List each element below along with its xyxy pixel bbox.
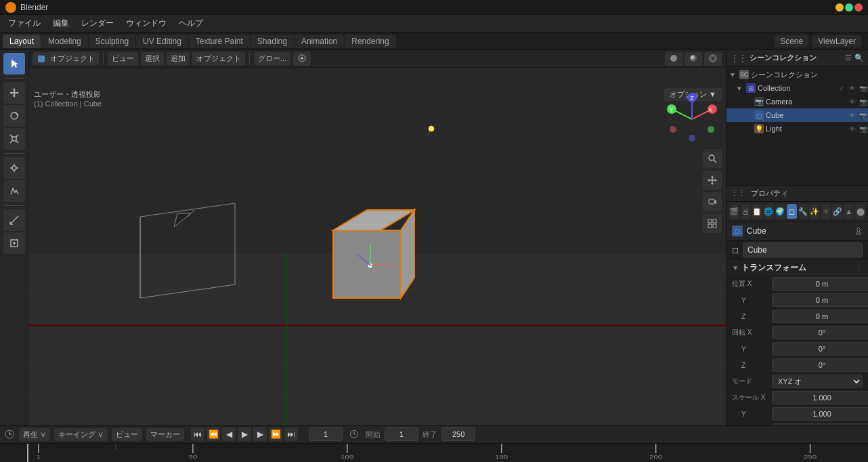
viewport-render-mode-rendered[interactable] (704, 52, 722, 66)
minimize-button[interactable] (836, 3, 844, 12)
props-tab-material[interactable]: ⬤ (855, 204, 865, 219)
outliner-item-collection[interactable]: ▼ ⊞ Collection ✓ 👁 📷 (726, 81, 868, 95)
props-section-transform-header[interactable]: ▼ トランスフォーム ⋮ (726, 259, 868, 276)
props-tab-modifier[interactable]: 🔧 (798, 204, 808, 219)
cube-vis-eye[interactable]: 👁 (848, 112, 857, 119)
rotation-mode-select[interactable]: XYZ オ XZY YXZ (772, 375, 863, 388)
props-tab-particles[interactable]: ✨ (809, 204, 819, 219)
timeline-track[interactable]: 1 50 100 150 200 250 (0, 444, 868, 462)
prev-keyframe-btn[interactable]: ◀ (222, 427, 236, 441)
light-vis-render[interactable]: 📷 (859, 125, 868, 133)
collection-vis-eye[interactable]: 👁 (848, 85, 857, 92)
camera-vis-eye[interactable]: 👁 (848, 98, 857, 106)
menu-window[interactable]: ウィンドウ (121, 16, 172, 30)
outliner-item-scene-collection[interactable]: ▼ SC シーンコレクション (726, 68, 868, 81)
navigation-gizmo[interactable]: X Y Z (665, 92, 719, 146)
outliner-item-camera[interactable]: 📷 Camera 👁 📷 (726, 95, 868, 108)
tool-annotate[interactable] (3, 180, 25, 202)
viewport-add-menu[interactable]: 追加 (167, 52, 190, 65)
transform-menu[interactable]: ⋮ (856, 264, 863, 272)
grid-gizmo-btn[interactable] (703, 214, 722, 233)
rotation-y-input[interactable] (772, 342, 868, 356)
tab-texture-paint[interactable]: Texture Paint (189, 35, 250, 48)
timeline-marker-btn[interactable]: マーカー (146, 428, 184, 441)
scale-y-input[interactable] (772, 407, 868, 421)
tab-shading[interactable]: Shading (251, 35, 294, 48)
next-frame-btn[interactable]: ⏩ (269, 427, 282, 441)
scale-z-input[interactable] (772, 423, 868, 425)
viewport-select-menu[interactable]: 選択 (141, 52, 164, 65)
play-btn[interactable]: ▶ (238, 427, 251, 441)
tab-uv-editing[interactable]: UV Editing (136, 35, 188, 48)
cube-vis-render[interactable]: 📷 (859, 112, 868, 119)
collection-vis-check[interactable]: ✓ (837, 85, 846, 92)
viewport-snap[interactable] (293, 52, 311, 66)
props-tab-constraints[interactable]: 🔗 (832, 204, 842, 219)
zoom-gizmo-btn[interactable] (703, 149, 722, 168)
tool-rotate[interactable] (3, 105, 25, 127)
playhead[interactable] (27, 444, 28, 462)
tool-select[interactable] (3, 53, 25, 75)
scale-x-input[interactable] (772, 391, 868, 404)
viewlayer-selector[interactable]: ViewLayer (812, 35, 861, 47)
viewport-transform[interactable]: グロー... (254, 52, 290, 65)
camera-vis-render[interactable]: 📷 (859, 98, 868, 106)
props-name-input[interactable] (743, 243, 863, 257)
props-tab-world[interactable]: 🌍 (775, 204, 785, 219)
jump-end-btn[interactable]: ⏭ (284, 427, 298, 441)
camera-view-btn[interactable] (703, 192, 722, 211)
props-tab-data[interactable]: ▲ (844, 204, 854, 219)
viewport-area[interactable]: オブジェクト ビュー 選択 追加 オブジェクト グロー... (28, 50, 726, 425)
next-keyframe-btn[interactable]: ▶ (253, 427, 267, 441)
viewport-render-mode-solid[interactable] (665, 52, 682, 66)
tool-add[interactable] (3, 232, 25, 254)
timeline-keying-btn[interactable]: キーイング ∨ (54, 428, 108, 441)
location-z-input[interactable] (772, 310, 868, 323)
viewport-view-menu[interactable]: ビュー (108, 52, 138, 65)
viewport-canvas[interactable]: ユーザー・透視投影 (1) Collection | Cube オプション ▼ … (28, 68, 726, 425)
menu-file[interactable]: ファイル (3, 16, 46, 30)
jump-start-btn[interactable]: ⏮ (191, 427, 204, 441)
scene-selector[interactable]: Scene (775, 35, 808, 47)
timeline-re-btn[interactable]: 再生 ∨ (19, 428, 50, 441)
close-button[interactable] (854, 3, 863, 12)
viewport-mode-selector[interactable]: オブジェクト (32, 52, 99, 65)
tool-transform[interactable] (3, 157, 25, 179)
location-y-input[interactable] (772, 293, 868, 307)
outliner-filter-btn[interactable]: ☰ (845, 54, 852, 62)
menu-render[interactable]: レンダー (76, 16, 119, 30)
current-frame-input[interactable] (309, 427, 343, 441)
rotation-x-input[interactable] (772, 326, 868, 339)
location-x-input[interactable] (772, 277, 868, 291)
outliner-search-btn[interactable]: 🔍 (854, 54, 864, 62)
menu-help[interactable]: ヘルプ (173, 16, 209, 30)
outliner-item-cube[interactable]: ◻ Cube 👁 📷 (726, 108, 868, 122)
light-vis-eye[interactable]: 👁 (848, 125, 857, 133)
outliner-item-light[interactable]: 💡 Light 👁 📷 (726, 122, 868, 135)
viewport-object-menu[interactable]: オブジェクト (192, 52, 245, 65)
tab-animation[interactable]: Animation (295, 35, 344, 48)
props-tab-output[interactable]: 🖨 (741, 204, 751, 219)
timeline-view-btn[interactable]: ビュー (112, 428, 142, 441)
tab-layout[interactable]: Layout (3, 35, 41, 48)
prev-frame-btn[interactable]: ⏪ (207, 427, 220, 441)
maximize-button[interactable] (845, 3, 853, 12)
collection-vis-render[interactable]: 📷 (859, 85, 868, 92)
tab-sculpting[interactable]: Sculpting (89, 35, 135, 48)
tool-measure[interactable] (3, 209, 25, 231)
props-tab-object[interactable]: ◻ (787, 204, 797, 219)
viewport-render-mode-material[interactable] (685, 52, 702, 66)
props-tab-view-layer[interactable]: 📋 (752, 204, 762, 219)
tab-rendering[interactable]: Rendering (345, 35, 395, 48)
props-tab-physics[interactable]: ⚛ (821, 204, 831, 219)
tool-scale[interactable] (3, 128, 25, 150)
start-frame-input[interactable] (385, 427, 418, 441)
props-tab-scene[interactable]: 🌐 (764, 204, 774, 219)
tab-modeling[interactable]: Modeling (41, 35, 88, 48)
end-frame-input[interactable] (441, 427, 475, 441)
props-tab-render[interactable]: 🎬 (729, 204, 739, 219)
pan-gizmo-btn[interactable] (703, 171, 722, 190)
tool-move[interactable] (3, 82, 25, 104)
menu-edit[interactable]: 編集 (47, 16, 74, 30)
props-pin-icon[interactable] (854, 227, 863, 235)
